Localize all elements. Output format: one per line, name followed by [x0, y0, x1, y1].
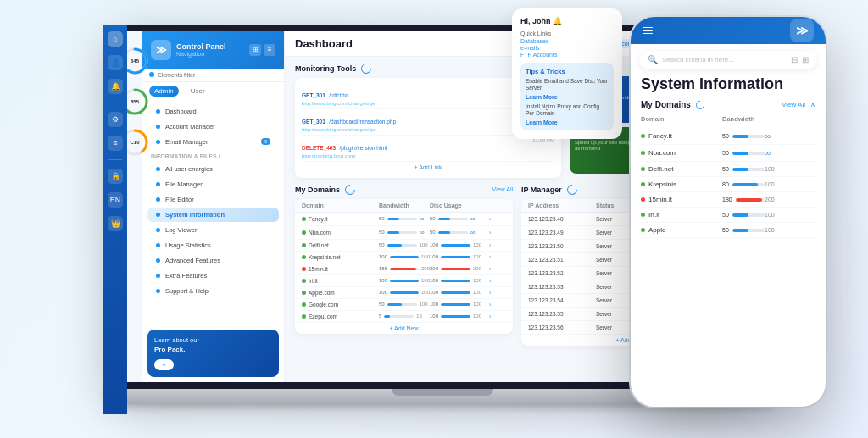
- monitoring-method: GET_301: [302, 92, 326, 98]
- cell-ip: 123.123.23.52: [528, 270, 596, 276]
- nav-dot: [156, 109, 160, 114]
- brand-title: Control Panel: [176, 42, 226, 51]
- cell-domain: Krepsinis.net: [302, 254, 379, 260]
- menu-bar: [643, 30, 653, 31]
- sidebar-item-support[interactable]: Support & Help: [147, 284, 279, 298]
- nav-label: Log Viewer: [165, 226, 197, 234]
- cell-arrow[interactable]: ›: [489, 242, 506, 248]
- nav-label: System Information: [165, 211, 225, 219]
- phone-cell-bw-max: ∞: [765, 148, 815, 158]
- phone-filter-icon[interactable]: ⊟: [791, 55, 798, 64]
- phone-menu-icon[interactable]: [643, 27, 653, 35]
- rail-bell-icon[interactable]: 🔔: [119, 79, 123, 94]
- phone-collapse-icon[interactable]: ∧: [810, 101, 815, 108]
- add-link-button[interactable]: + Add Link: [302, 162, 554, 173]
- rail-user-icon[interactable]: 👤: [119, 55, 123, 70]
- rail-gear-icon[interactable]: ⚙: [119, 112, 123, 127]
- col-status: Status: [596, 202, 634, 208]
- phone-refresh-icon[interactable]: [694, 98, 706, 110]
- nav-label: Account Manager: [165, 123, 215, 130]
- learn-more-2[interactable]: Learn More: [526, 119, 609, 125]
- link-ftp[interactable]: FTP Accounts: [520, 52, 614, 58]
- phone-status-bar: ≫: [631, 17, 826, 44]
- domains-view-all[interactable]: View All: [492, 186, 513, 192]
- cell-arrow[interactable]: ›: [489, 216, 506, 222]
- inf-icon: ∞: [420, 229, 425, 236]
- phone-search-bar[interactable]: 🔍 Search criteria in here... ⊟ ⊞: [639, 51, 817, 69]
- phone-table-row: Delfi.net 50 100: [641, 162, 815, 177]
- link-emails[interactable]: e-mails: [520, 45, 614, 51]
- sidebar-item-dashboard[interactable]: Dashboard: [147, 104, 279, 119]
- phone-col-bw-val: [765, 115, 815, 123]
- monitoring-refresh-icon[interactable]: [359, 61, 374, 75]
- phone-cell-bw: 50: [722, 166, 765, 172]
- domains-refresh-icon[interactable]: [343, 182, 358, 197]
- cell-arrow[interactable]: ›: [489, 230, 506, 236]
- sidebar-item-file-editor[interactable]: File Editor: [147, 192, 279, 207]
- tab-user[interactable]: User: [186, 86, 210, 97]
- phone-progress-bar: [732, 168, 765, 171]
- gauge-value: 855: [131, 99, 139, 104]
- cell-bw: 515: [379, 313, 430, 319]
- add-new-domain-button[interactable]: + Add New: [295, 323, 513, 334]
- nav-group-info: Information & Files ›: [142, 150, 284, 161]
- rail-home-icon[interactable]: ⌂: [119, 31, 123, 47]
- phone-system-info-title: System Information: [641, 75, 815, 93]
- status-dot: [302, 291, 306, 295]
- cell-bw: 100100: [379, 278, 430, 283]
- promo-button[interactable]: →: [154, 359, 174, 370]
- cell-domain: Apple.com: [302, 290, 379, 296]
- sidebar-header: ≫ Control Panel Navigation ⊞ ≡: [142, 31, 284, 69]
- col-disc: Disc Usage: [430, 202, 489, 208]
- phone-progress-bar: [732, 183, 765, 186]
- disc-progress: [441, 291, 470, 294]
- sidebar-item-log-viewer[interactable]: Log Viewer: [147, 223, 279, 237]
- menu-bar: [643, 33, 653, 35]
- sidebar-item-extra[interactable]: Extra Features: [147, 269, 279, 283]
- rail-globe-icon[interactable]: EN: [119, 192, 123, 208]
- cell-arrow[interactable]: ›: [489, 278, 506, 284]
- phone-cell-bw: 50: [722, 227, 765, 233]
- sidebar-list-icon[interactable]: ≡: [264, 44, 275, 56]
- sidebar-item-account[interactable]: Account Manager: [147, 119, 279, 134]
- link-databases[interactable]: Databases: [520, 38, 614, 44]
- cell-disc: 100100: [430, 278, 489, 283]
- inf-icon: ∞: [470, 215, 476, 223]
- sidebar-grid-icon[interactable]: ⊞: [249, 44, 261, 56]
- phone-body: System Information My Domains View All ∧…: [631, 72, 826, 407]
- phone-cell-bw-max: ∞: [765, 131, 815, 141]
- phone-grid-icon[interactable]: ⊞: [802, 55, 809, 64]
- sidebar-item-system-info[interactable]: System Information: [147, 208, 279, 222]
- cell-domain: Nba.com: [302, 230, 379, 236]
- sidebar-item-email[interactable]: Email Manager 3: [147, 135, 279, 149]
- gauge-value: C10: [130, 140, 139, 145]
- domains-header: My Domains View All: [295, 185, 513, 195]
- cell-disc: 200200: [430, 266, 489, 271]
- rail-lock-icon[interactable]: 🔒: [119, 169, 123, 184]
- brand-sub: Navigation: [176, 51, 226, 57]
- cell-bw: 50100: [379, 242, 430, 247]
- cell-arrow[interactable]: ›: [489, 290, 506, 296]
- cell-arrow[interactable]: ›: [489, 254, 506, 260]
- disc-progress: [441, 244, 470, 247]
- table-row: Ezepul.com 515 100100 ›: [295, 311, 513, 323]
- cell-arrow[interactable]: ›: [489, 302, 506, 308]
- phone-view-all[interactable]: View All: [782, 101, 805, 108]
- cell-arrow[interactable]: ›: [489, 266, 506, 272]
- ip-refresh-icon[interactable]: [565, 182, 579, 197]
- sidebar-item-advanced[interactable]: Advanced Features: [147, 253, 279, 268]
- sidebar-item-usage-stats[interactable]: Usage Statistics: [147, 238, 279, 252]
- rail-admin-icon[interactable]: 👑: [119, 216, 123, 231]
- phone-table-row: 15min.lt 180 200: [641, 192, 815, 208]
- disc-progress: [441, 268, 470, 270]
- sidebar-item-all-users[interactable]: All user energies: [147, 162, 279, 176]
- rail-settings-icon[interactable]: ≡: [119, 136, 123, 151]
- gauge-value: 645: [131, 58, 139, 64]
- phone-cell-domain: Irt.lt: [641, 211, 722, 219]
- phone-table-row: Fancy.It 50 ∞: [641, 128, 815, 145]
- sidebar-filter: Elements filter: [142, 69, 284, 82]
- learn-more-1[interactable]: Learn More: [526, 94, 609, 100]
- cell-ip: 123.123.23.55: [528, 311, 596, 317]
- sidebar-item-file-manager[interactable]: File Manager: [147, 177, 279, 191]
- cell-arrow[interactable]: ›: [489, 313, 506, 319]
